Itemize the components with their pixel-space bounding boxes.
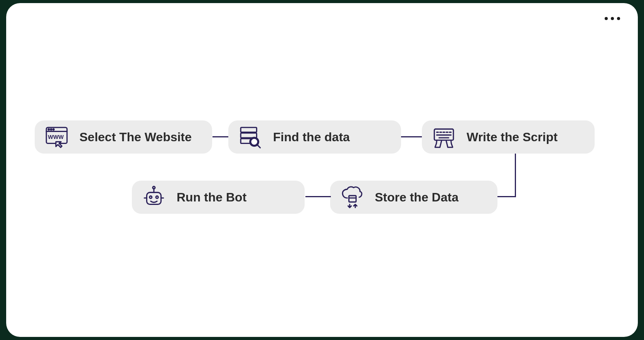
step-select-website: WWW Select The Website [35,120,212,154]
diagram-card: WWW Select The Website Find the data [6,3,638,337]
step-label: Select The Website [79,130,192,144]
step-label: Find the data [273,130,350,144]
database-search-icon [236,123,265,151]
step-store-data: Store the Data [330,181,497,214]
cloud-sync-icon [338,183,366,211]
keyboard-hands-icon [430,123,458,151]
step-label: Run the Bot [177,190,246,205]
svg-point-3 [51,129,52,130]
connector [401,136,423,137]
svg-point-24 [156,196,158,198]
step-write-script: Write the Script [422,120,595,154]
svg-point-23 [150,196,152,198]
step-label: Store the Data [375,190,459,205]
step-label: Write the Script [467,130,558,144]
svg-line-11 [257,145,260,148]
connector [212,136,229,137]
svg-text:WWW: WWW [48,134,64,140]
svg-rect-6 [241,127,256,132]
connector [515,154,516,197]
svg-point-26 [153,186,155,189]
workflow-diagram: WWW Select The Website Find the data [6,3,638,337]
svg-point-4 [53,129,54,130]
browser-www-icon: WWW [42,123,71,151]
connector [497,196,516,197]
step-find-data: Find the data [228,120,401,154]
step-run-bot: Run the Bot [132,181,305,214]
robot-icon [140,183,168,211]
svg-point-2 [48,129,49,130]
svg-rect-20 [349,196,356,202]
connector [305,196,331,197]
